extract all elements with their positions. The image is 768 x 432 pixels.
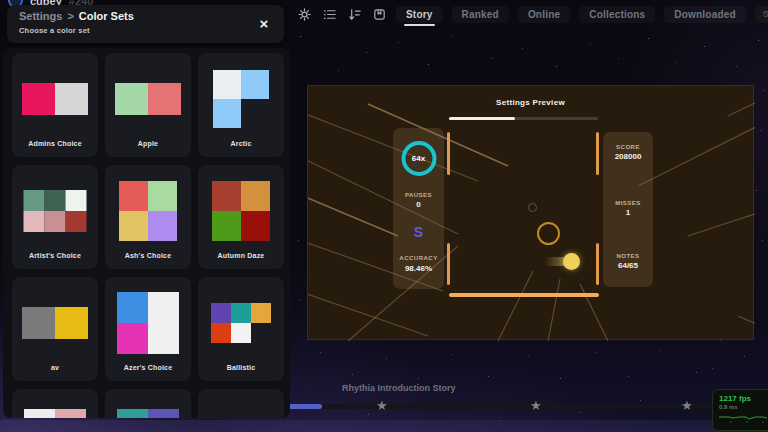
color-sets-dialog: Settings > Color Sets Choose a color set… <box>0 0 291 432</box>
color-swatch <box>212 211 241 241</box>
color-swatches <box>24 190 87 232</box>
color-set-card[interactable]: Arctic <box>198 53 284 157</box>
color-swatch <box>148 83 181 115</box>
color-set-card[interactable]: Admins Choice <box>12 53 98 157</box>
color-set-name: Apple <box>105 140 191 147</box>
color-set-card[interactable]: Apple <box>105 53 191 157</box>
color-swatch <box>117 292 148 323</box>
color-swatches <box>211 303 271 343</box>
color-set-name: Artist's Choice <box>12 252 98 259</box>
score-value: 208000 <box>603 152 653 161</box>
misses-value: 1 <box>603 208 653 217</box>
star-icon: ★ <box>530 398 542 413</box>
color-swatch <box>241 181 270 211</box>
star-icon: ★ <box>681 398 693 413</box>
cursor-note <box>563 253 580 270</box>
color-swatch <box>211 323 231 343</box>
color-swatch <box>117 409 148 418</box>
color-swatch <box>55 409 86 418</box>
accuracy-label: ACCURACY <box>393 255 444 261</box>
tab-story[interactable]: Story <box>396 6 443 23</box>
score-label: SCORE <box>603 144 653 150</box>
play-area-border-left-bottom <box>447 243 450 285</box>
notes-label: NOTES <box>603 253 653 259</box>
dialog-subtitle: Choose a color set <box>19 26 90 35</box>
color-set-name: Azer's Choice <box>105 364 191 371</box>
color-swatch <box>66 211 87 232</box>
color-set-card[interactable]: Autumn Daze <box>198 165 284 269</box>
color-set-card[interactable]: Ballistic <box>198 277 284 381</box>
color-swatches <box>115 83 181 115</box>
rank-grade: S <box>393 224 444 240</box>
app-root: cupey #240 <box>0 0 768 432</box>
play-area-border-right-top <box>596 132 599 175</box>
color-set-card[interactable] <box>105 389 191 418</box>
color-swatch <box>148 181 177 211</box>
combo-ring: 64x <box>401 141 436 176</box>
combo-value: 64x <box>412 154 425 163</box>
close-icon[interactable]: × <box>254 13 274 33</box>
note-ring <box>537 222 560 245</box>
color-set-card[interactable]: Artist's Choice <box>12 165 98 269</box>
breadcrumb: Settings > Color Sets <box>19 10 134 22</box>
story-timeline: ★ ★ ★ <box>283 404 713 409</box>
color-set-name: Ballistic <box>198 364 284 371</box>
color-swatch <box>119 181 148 211</box>
color-set-name: Arctic <box>198 140 284 147</box>
settings-gear-icon[interactable] <box>296 6 312 22</box>
fps-sparkline <box>719 412 767 424</box>
bookmark-icon[interactable] <box>371 6 387 22</box>
color-set-name: Ash's Choice <box>105 252 191 259</box>
color-swatches <box>119 181 177 241</box>
color-swatches <box>22 83 88 115</box>
color-swatches <box>24 409 86 418</box>
color-set-name: Admins Choice <box>12 140 98 147</box>
play-area-border-bottom <box>449 293 599 297</box>
fps-value: 1217 fps <box>719 394 767 403</box>
color-swatch <box>213 70 241 99</box>
color-swatch <box>117 323 148 354</box>
color-swatch <box>45 211 66 232</box>
color-swatch <box>251 303 271 323</box>
sort-descending-icon[interactable] <box>346 6 362 22</box>
frame-time-value: 0.8 ms <box>719 404 767 410</box>
color-set-card[interactable] <box>12 389 98 418</box>
settings-preview-panel: Settings Preview 64x PAUSES 0 S ACCURACY… <box>307 85 754 340</box>
tab-collections[interactable]: Collections <box>579 6 655 23</box>
list-view-icon[interactable] <box>321 6 337 22</box>
notes-value: 64/65 <box>603 261 653 270</box>
color-swatch <box>115 83 148 115</box>
color-swatch <box>119 211 148 241</box>
color-set-card[interactable] <box>198 389 284 418</box>
speed-lines <box>308 86 755 341</box>
color-swatch <box>45 190 66 211</box>
color-swatch <box>231 323 251 343</box>
fps-counter: 1217 fps 0.8 ms <box>712 389 768 431</box>
pauses-value: 0 <box>393 200 444 209</box>
stats-panel-left: 64x PAUSES 0 S ACCURACY 98.46% <box>393 128 444 289</box>
breadcrumb-settings[interactable]: Settings <box>19 10 62 22</box>
color-swatches <box>117 409 179 418</box>
color-swatch <box>213 99 241 128</box>
tab-downloaded[interactable]: Downloaded <box>664 6 745 23</box>
color-swatches <box>22 307 88 339</box>
pauses-label: PAUSES <box>393 192 444 198</box>
color-swatch <box>22 83 55 115</box>
color-swatch <box>241 211 270 241</box>
breadcrumb-separator: > <box>67 10 73 22</box>
search-map-input[interactable] <box>755 6 768 22</box>
color-set-name: av <box>12 364 98 371</box>
color-set-card[interactable]: av <box>12 277 98 381</box>
stats-panel-right: SCORE 208000 MISSES 1 NOTES 64/65 <box>603 132 653 287</box>
color-swatch <box>66 190 87 211</box>
color-swatch <box>22 307 55 339</box>
tab-online[interactable]: Online <box>518 6 570 23</box>
color-set-card[interactable]: Azer's Choice <box>105 277 191 381</box>
color-swatch <box>24 211 45 232</box>
song-title: Rhythia Introduction Story <box>342 383 456 393</box>
play-area-border-left-top <box>447 132 450 175</box>
tab-ranked[interactable]: Ranked <box>452 6 509 23</box>
color-swatch <box>241 70 269 99</box>
color-set-card[interactable]: Ash's Choice <box>105 165 191 269</box>
color-swatch <box>231 303 251 323</box>
